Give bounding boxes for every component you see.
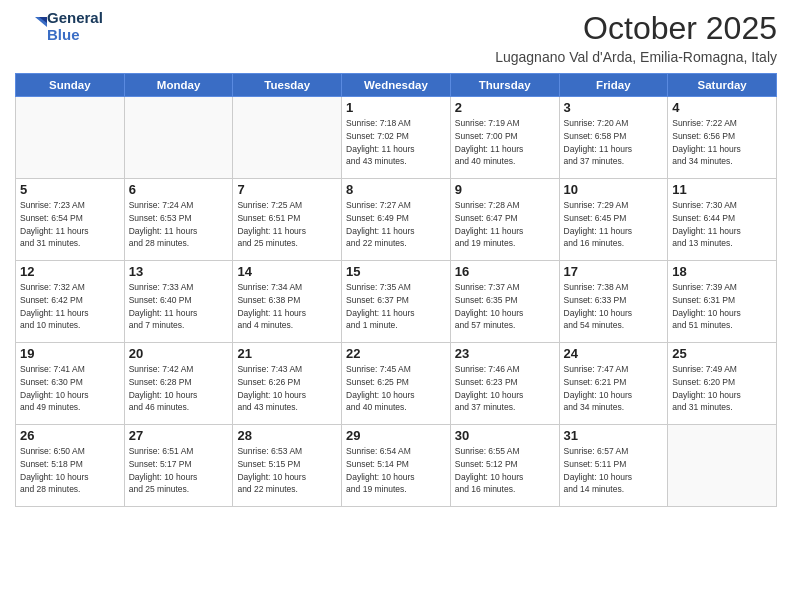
table-row [668,425,777,507]
day-info: Sunrise: 7:30 AMSunset: 6:44 PMDaylight:… [672,199,772,250]
day-number: 29 [346,428,446,443]
table-row [124,97,233,179]
day-number: 14 [237,264,337,279]
day-number: 27 [129,428,229,443]
day-number: 9 [455,182,555,197]
day-info: Sunrise: 7:22 AMSunset: 6:56 PMDaylight:… [672,117,772,168]
table-row: 3Sunrise: 7:20 AMSunset: 6:58 PMDaylight… [559,97,668,179]
day-info: Sunrise: 7:25 AMSunset: 6:51 PMDaylight:… [237,199,337,250]
day-info: Sunrise: 7:45 AMSunset: 6:25 PMDaylight:… [346,363,446,414]
table-row: 29Sunrise: 6:54 AMSunset: 5:14 PMDayligh… [342,425,451,507]
day-number: 20 [129,346,229,361]
day-info: Sunrise: 6:50 AMSunset: 5:18 PMDaylight:… [20,445,120,496]
table-row: 16Sunrise: 7:37 AMSunset: 6:35 PMDayligh… [450,261,559,343]
week-row-3: 12Sunrise: 7:32 AMSunset: 6:42 PMDayligh… [16,261,777,343]
day-info: Sunrise: 7:43 AMSunset: 6:26 PMDaylight:… [237,363,337,414]
col-saturday: Saturday [668,74,777,97]
day-number: 8 [346,182,446,197]
page-header: General Blue October 2025 Lugagnano Val … [15,10,777,65]
col-thursday: Thursday [450,74,559,97]
week-row-1: 1Sunrise: 7:18 AMSunset: 7:02 PMDaylight… [16,97,777,179]
day-number: 6 [129,182,229,197]
week-row-4: 19Sunrise: 7:41 AMSunset: 6:30 PMDayligh… [16,343,777,425]
day-info: Sunrise: 6:57 AMSunset: 5:11 PMDaylight:… [564,445,664,496]
day-info: Sunrise: 7:27 AMSunset: 6:49 PMDaylight:… [346,199,446,250]
table-row: 15Sunrise: 7:35 AMSunset: 6:37 PMDayligh… [342,261,451,343]
day-number: 31 [564,428,664,443]
day-info: Sunrise: 6:55 AMSunset: 5:12 PMDaylight:… [455,445,555,496]
table-row: 20Sunrise: 7:42 AMSunset: 6:28 PMDayligh… [124,343,233,425]
day-info: Sunrise: 7:18 AMSunset: 7:02 PMDaylight:… [346,117,446,168]
col-friday: Friday [559,74,668,97]
day-info: Sunrise: 7:32 AMSunset: 6:42 PMDaylight:… [20,281,120,332]
location-text: Lugagnano Val d'Arda, Emilia-Romagna, It… [495,49,777,65]
table-row: 6Sunrise: 7:24 AMSunset: 6:53 PMDaylight… [124,179,233,261]
table-row: 7Sunrise: 7:25 AMSunset: 6:51 PMDaylight… [233,179,342,261]
day-number: 30 [455,428,555,443]
week-row-2: 5Sunrise: 7:23 AMSunset: 6:54 PMDaylight… [16,179,777,261]
day-number: 25 [672,346,772,361]
col-sunday: Sunday [16,74,125,97]
logo-text: General Blue [47,10,103,43]
day-info: Sunrise: 7:38 AMSunset: 6:33 PMDaylight:… [564,281,664,332]
table-row [16,97,125,179]
table-row: 2Sunrise: 7:19 AMSunset: 7:00 PMDaylight… [450,97,559,179]
table-row: 19Sunrise: 7:41 AMSunset: 6:30 PMDayligh… [16,343,125,425]
day-number: 2 [455,100,555,115]
day-number: 13 [129,264,229,279]
day-info: Sunrise: 7:24 AMSunset: 6:53 PMDaylight:… [129,199,229,250]
day-info: Sunrise: 7:34 AMSunset: 6:38 PMDaylight:… [237,281,337,332]
col-wednesday: Wednesday [342,74,451,97]
table-row: 11Sunrise: 7:30 AMSunset: 6:44 PMDayligh… [668,179,777,261]
table-row: 25Sunrise: 7:49 AMSunset: 6:20 PMDayligh… [668,343,777,425]
day-info: Sunrise: 7:28 AMSunset: 6:47 PMDaylight:… [455,199,555,250]
table-row: 30Sunrise: 6:55 AMSunset: 5:12 PMDayligh… [450,425,559,507]
table-row: 26Sunrise: 6:50 AMSunset: 5:18 PMDayligh… [16,425,125,507]
day-number: 10 [564,182,664,197]
calendar-header-row: Sunday Monday Tuesday Wednesday Thursday… [16,74,777,97]
day-number: 4 [672,100,772,115]
table-row: 27Sunrise: 6:51 AMSunset: 5:17 PMDayligh… [124,425,233,507]
day-info: Sunrise: 7:47 AMSunset: 6:21 PMDaylight:… [564,363,664,414]
day-number: 28 [237,428,337,443]
col-tuesday: Tuesday [233,74,342,97]
day-number: 7 [237,182,337,197]
day-info: Sunrise: 7:35 AMSunset: 6:37 PMDaylight:… [346,281,446,332]
table-row: 17Sunrise: 7:38 AMSunset: 6:33 PMDayligh… [559,261,668,343]
day-info: Sunrise: 7:39 AMSunset: 6:31 PMDaylight:… [672,281,772,332]
day-info: Sunrise: 6:53 AMSunset: 5:15 PMDaylight:… [237,445,337,496]
logo-icon [15,13,43,41]
table-row: 10Sunrise: 7:29 AMSunset: 6:45 PMDayligh… [559,179,668,261]
day-info: Sunrise: 7:33 AMSunset: 6:40 PMDaylight:… [129,281,229,332]
month-title: October 2025 [495,10,777,47]
day-info: Sunrise: 7:23 AMSunset: 6:54 PMDaylight:… [20,199,120,250]
table-row: 5Sunrise: 7:23 AMSunset: 6:54 PMDaylight… [16,179,125,261]
day-number: 26 [20,428,120,443]
day-number: 21 [237,346,337,361]
day-number: 22 [346,346,446,361]
table-row: 18Sunrise: 7:39 AMSunset: 6:31 PMDayligh… [668,261,777,343]
col-monday: Monday [124,74,233,97]
day-number: 1 [346,100,446,115]
day-number: 17 [564,264,664,279]
day-info: Sunrise: 7:49 AMSunset: 6:20 PMDaylight:… [672,363,772,414]
table-row: 31Sunrise: 6:57 AMSunset: 5:11 PMDayligh… [559,425,668,507]
day-info: Sunrise: 7:20 AMSunset: 6:58 PMDaylight:… [564,117,664,168]
day-info: Sunrise: 7:46 AMSunset: 6:23 PMDaylight:… [455,363,555,414]
day-number: 23 [455,346,555,361]
day-info: Sunrise: 7:41 AMSunset: 6:30 PMDaylight:… [20,363,120,414]
day-info: Sunrise: 7:29 AMSunset: 6:45 PMDaylight:… [564,199,664,250]
day-info: Sunrise: 6:54 AMSunset: 5:14 PMDaylight:… [346,445,446,496]
table-row: 12Sunrise: 7:32 AMSunset: 6:42 PMDayligh… [16,261,125,343]
table-row: 21Sunrise: 7:43 AMSunset: 6:26 PMDayligh… [233,343,342,425]
day-number: 16 [455,264,555,279]
day-number: 11 [672,182,772,197]
table-row [233,97,342,179]
table-row: 8Sunrise: 7:27 AMSunset: 6:49 PMDaylight… [342,179,451,261]
day-number: 18 [672,264,772,279]
day-number: 12 [20,264,120,279]
day-number: 3 [564,100,664,115]
day-info: Sunrise: 7:37 AMSunset: 6:35 PMDaylight:… [455,281,555,332]
table-row: 24Sunrise: 7:47 AMSunset: 6:21 PMDayligh… [559,343,668,425]
table-row: 1Sunrise: 7:18 AMSunset: 7:02 PMDaylight… [342,97,451,179]
